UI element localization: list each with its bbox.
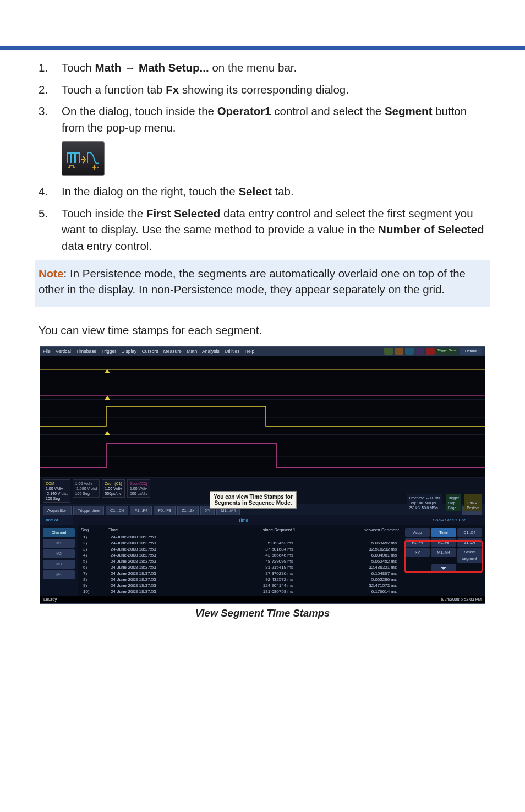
step-number: 3. — [39, 103, 62, 119]
desc-line: -1.690 V ofst — [75, 486, 97, 491]
menu-item[interactable]: Cursors — [142, 348, 158, 354]
table-row: 8)24-June-2008 18:37:5392.432572 ms5.062… — [81, 576, 399, 582]
desc-line: 1.00 V/div — [46, 486, 68, 491]
status-for-selector: Acqu Time C1..C4 F1..F4 F5..F8 Z1..Z4 XY… — [402, 525, 485, 596]
table-row: 9)24-June-2008 18:37:53124.904144 ms32.4… — [81, 582, 399, 588]
step-text: Touch a function tab Fx showing its corr… — [62, 81, 486, 98]
table-row: 6)24-June-2008 18:37:5381.215419 ms32.48… — [81, 564, 399, 570]
default-button[interactable]: Default — [460, 348, 482, 355]
table-row: 10)24-June-2008 18:37:53131.080758 ms6.1… — [81, 588, 399, 595]
table-row: 4)24-June-2008 18:37:5343.666646 ms6.084… — [81, 552, 399, 558]
segment-operator-icon — [62, 141, 105, 176]
sel-m1m4-button[interactable]: M1..M4 — [431, 548, 456, 557]
menu-item[interactable]: Analysis — [202, 348, 220, 354]
step-5: 5. Touch inside the First Selected data … — [39, 205, 486, 254]
step-2: 2. Touch a function tab Fx showing its c… — [39, 81, 486, 98]
t: On the dialog, touch inside the — [62, 105, 217, 117]
menu-item[interactable]: Measure — [163, 348, 182, 354]
status-left: LeCroy — [43, 596, 57, 603]
oscilloscope-screenshot: File Vertical Timebase Trigger Display C… — [40, 346, 485, 604]
t-bold: Number of Selected — [378, 223, 484, 236]
sel-xy-button[interactable]: XY — [405, 548, 430, 557]
subheader-row: Time of Time Show Status For — [40, 515, 485, 525]
col-since: since Segment 1 — [207, 527, 296, 534]
menu-item[interactable]: Timebase — [76, 348, 96, 354]
toolbar-icon[interactable] — [415, 348, 424, 355]
channel-selector: Channel M1 M2 M3 M4 — [40, 525, 78, 596]
toolbar-icon[interactable] — [384, 348, 393, 355]
tb-l1: Seq: 100 — [409, 501, 423, 505]
zoom-descriptor-2[interactable]: Zoom(C2) 1.00 V/div 500 µs/div — [127, 479, 150, 498]
menu-item[interactable]: Utilities — [225, 348, 239, 354]
m3-button[interactable]: M3 — [43, 560, 75, 569]
document-body: 1. Touch Math → Math Setup... on the men… — [0, 50, 525, 652]
sel-acqu-button[interactable]: Acqu — [405, 528, 430, 537]
toolbar-icon[interactable] — [405, 348, 414, 355]
tb-r1: 500 µs — [425, 501, 436, 505]
tg-r1: 1.96 V — [467, 500, 479, 505]
t-bold: First Selected — [146, 207, 220, 220]
trigger-setup-button[interactable]: Trigger Setup — [436, 348, 458, 355]
menu-item[interactable]: Help — [245, 348, 254, 354]
step-text: In the dialog on the right, touch the Se… — [62, 183, 486, 200]
m1-button[interactable]: M1 — [43, 539, 75, 548]
table-row: 5)24-June-2008 18:37:5348.729098 ms5.062… — [81, 558, 399, 564]
channel-button[interactable]: Channel — [43, 528, 75, 537]
step-text: On the dialog, touch inside the Operator… — [62, 103, 486, 135]
desc-line: 100 Seg — [46, 496, 68, 501]
step-4: 4. In the dialog on the right, touch the… — [39, 183, 486, 200]
desc-hd: Zoom(C1) — [105, 481, 122, 486]
tab-c1c4[interactable]: C1...C4 — [106, 506, 128, 515]
time-heading: Time — [73, 515, 413, 525]
desc-line: 500 µs/div — [130, 491, 147, 496]
t: Touch a function tab — [62, 83, 166, 96]
t-bold: Fx — [166, 83, 179, 96]
step-number: 2. — [39, 81, 62, 98]
tb-hd: Timebase — [409, 496, 424, 500]
menu-item[interactable]: File — [43, 348, 51, 354]
sel-z1z4-button[interactable]: Z1..Z4 — [457, 538, 482, 547]
status-right: 6/24/2008 6:53:03 PM — [441, 596, 482, 603]
step-list: 1. Touch Math → Math Setup... on the men… — [39, 59, 486, 136]
step-text: Touch inside the First Selected data ent… — [62, 205, 486, 254]
step-number: 5. — [39, 205, 62, 222]
col-time: Time — [108, 527, 207, 534]
menu-item[interactable]: Math — [187, 348, 197, 354]
sel-c1c4-button[interactable]: C1..C4 — [457, 528, 482, 537]
figure-caption: View Segment Time Stamps — [39, 607, 486, 619]
menu-item[interactable]: Vertical — [56, 348, 71, 354]
tab-z1zx[interactable]: Z1...Zx — [177, 506, 199, 515]
sel-f1f4-button[interactable]: F1..F4 — [405, 538, 430, 547]
t: In the dialog on the right, touch the — [62, 185, 238, 198]
t-bold: Operator1 — [217, 105, 271, 117]
trigger-marker-icon — [105, 369, 110, 373]
step-list-2: 4. In the dialog on the right, touch the… — [39, 183, 486, 254]
sel-select-segment-button[interactable]: Select segment — [457, 548, 482, 563]
menubar-left: File Vertical Timebase Trigger Display C… — [43, 347, 258, 356]
desc-line: 1.00 V/div — [130, 486, 147, 491]
note-text: : In Persistence mode, the segments are … — [39, 267, 466, 296]
timebase-box[interactable]: Timebase -2.00 ms Seq: 100 500 µs 250 kS… — [407, 494, 442, 511]
channel-descriptor-c1[interactable]: DCM 1.00 V/div -2.140 V ofst 100 Seg — [43, 479, 70, 503]
status-panel: Channel M1 M2 M3 M4 Seg Time since Segme… — [40, 525, 485, 596]
desc-line: -2.140 V ofst — [46, 491, 68, 496]
trigger-box[interactable]: Trigger Stop Edge — [446, 494, 461, 511]
tb-l2: 250 kS — [409, 506, 420, 510]
tab-trigger-time[interactable]: Trigger time — [73, 506, 104, 515]
sel-time-button[interactable]: Time — [431, 528, 456, 537]
sel-f5f8-button[interactable]: F5..F8 — [431, 538, 456, 547]
t-bold: Select — [238, 185, 271, 198]
dropdown-arrow-icon[interactable] — [431, 564, 456, 573]
m2-button[interactable]: M2 — [43, 549, 75, 558]
m4-button[interactable]: M4 — [43, 570, 75, 579]
menu-item[interactable]: Display — [121, 348, 136, 354]
channel-descriptor-c2[interactable]: 1.00 V/div -1.690 V ofst 100 Seg — [73, 479, 100, 498]
tab-acquisition[interactable]: Acquisition — [43, 506, 72, 515]
trigger-values: 1.96 V Positive — [464, 494, 482, 511]
toolbar-icon[interactable] — [426, 348, 435, 355]
menu-item[interactable]: Trigger — [101, 348, 116, 354]
toolbar-icon[interactable] — [395, 348, 403, 355]
tab-f5f8[interactable]: F5...F8 — [154, 506, 176, 515]
tab-f1f4[interactable]: F1...F4 — [130, 506, 152, 515]
zoom-descriptor-1[interactable]: Zoom(C1) 1.00 V/div 500µs/div — [102, 479, 125, 498]
